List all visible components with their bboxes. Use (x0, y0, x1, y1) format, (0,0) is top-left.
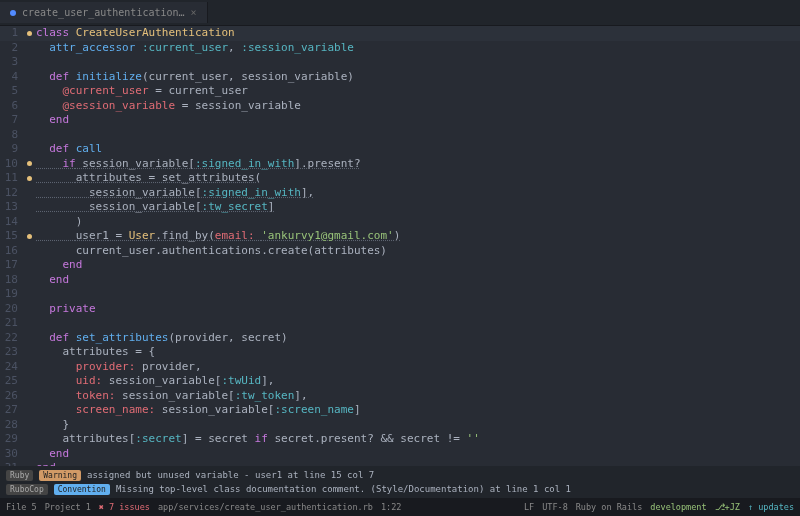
lint-message: Missing top-level class documentation co… (116, 484, 571, 494)
code-content[interactable]: def set_attributes(provider, secret) (34, 331, 800, 346)
code-line[interactable]: 8 (0, 128, 800, 143)
line-number: 17 (0, 258, 24, 273)
gutter-marker (24, 84, 34, 99)
line-number: 30 (0, 447, 24, 462)
code-content[interactable]: uid: session_variable[:twUid], (34, 374, 800, 389)
code-line[interactable]: 9 def call (0, 142, 800, 157)
code-content[interactable] (34, 316, 800, 331)
code-line[interactable]: 28 } (0, 418, 800, 433)
code-content[interactable]: user1 = User.find_by(email: 'ankurvy1@gm… (34, 229, 800, 244)
modified-dot-icon (10, 10, 16, 16)
code-line[interactable]: 11 attributes = set_attributes( (0, 171, 800, 186)
code-content[interactable]: end (34, 273, 800, 288)
code-content[interactable]: end (34, 113, 800, 128)
editor-tab[interactable]: create_user_authentication… × (0, 2, 208, 23)
code-content[interactable]: attributes[:secret] = secret if secret.p… (34, 432, 800, 447)
code-content[interactable]: def initialize(current_user, session_var… (34, 70, 800, 85)
code-content[interactable]: ) (34, 215, 800, 230)
gutter-marker (24, 374, 34, 389)
code-content[interactable]: if session_variable[:signed_in_with].pre… (34, 157, 800, 172)
code-editor[interactable]: 1class CreateUserAuthentication2 attr_ac… (0, 26, 800, 466)
line-number: 10 (0, 157, 24, 172)
code-line[interactable]: 15 user1 = User.find_by(email: 'ankurvy1… (0, 229, 800, 244)
code-line[interactable]: 4 def initialize(current_user, session_v… (0, 70, 800, 85)
gutter-marker (24, 128, 34, 143)
code-content[interactable]: attributes = set_attributes( (34, 171, 800, 186)
code-line[interactable]: 18 end (0, 273, 800, 288)
code-line[interactable]: 12 session_variable[:signed_in_with], (0, 186, 800, 201)
line-number: 23 (0, 345, 24, 360)
lint-panel: Ruby Warning assigned but unused variabl… (0, 466, 800, 498)
code-area[interactable]: 1class CreateUserAuthentication2 attr_ac… (0, 26, 800, 466)
code-line[interactable]: 19 (0, 287, 800, 302)
code-line[interactable]: 7 end (0, 113, 800, 128)
code-line[interactable]: 2 attr_accessor :current_user, :session_… (0, 41, 800, 56)
code-line[interactable]: 24 provider: provider, (0, 360, 800, 375)
code-content[interactable]: attributes = { (34, 345, 800, 360)
line-number: 28 (0, 418, 24, 433)
code-content[interactable]: current_user.authentications.create(attr… (34, 244, 800, 259)
project-count[interactable]: Project 1 (45, 502, 91, 512)
updates-indicator[interactable]: ↑ updates (748, 502, 794, 512)
lint-source-badge: RuboCop (6, 484, 48, 495)
git-branch[interactable]: ⎇+JZ (715, 502, 740, 512)
code-line[interactable]: 25 uid: session_variable[:twUid], (0, 374, 800, 389)
code-line[interactable]: 22 def set_attributes(provider, secret) (0, 331, 800, 346)
gutter-marker (24, 70, 34, 85)
gutter-marker (24, 345, 34, 360)
code-line[interactable]: 23 attributes = { (0, 345, 800, 360)
code-content[interactable]: session_variable[:tw_secret] (34, 200, 800, 215)
code-line[interactable]: 20 private (0, 302, 800, 317)
line-ending[interactable]: LF (524, 502, 534, 512)
code-line[interactable]: 6 @session_variable = session_variable (0, 99, 800, 114)
lint-row[interactable]: Ruby Warning assigned but unused variabl… (6, 468, 794, 482)
code-line[interactable]: 13 session_variable[:tw_secret] (0, 200, 800, 215)
line-number: 16 (0, 244, 24, 259)
code-content[interactable]: end (34, 447, 800, 462)
code-content[interactable]: attr_accessor :current_user, :session_va… (34, 41, 800, 56)
close-icon[interactable]: × (191, 7, 197, 18)
line-number: 8 (0, 128, 24, 143)
code-line[interactable]: 16 current_user.authentications.create(a… (0, 244, 800, 259)
code-line[interactable]: 30 end (0, 447, 800, 462)
code-line[interactable]: 17 end (0, 258, 800, 273)
lint-row[interactable]: RuboCop Convention Missing top-level cla… (6, 482, 794, 496)
code-line[interactable]: 10 if session_variable[:signed_in_with].… (0, 157, 800, 172)
code-content[interactable]: @current_user = current_user (34, 84, 800, 99)
file-path[interactable]: app/services/create_user_authentication.… (158, 502, 373, 512)
encoding[interactable]: UTF-8 (542, 502, 568, 512)
line-number: 1 (0, 26, 24, 41)
code-line[interactable]: 26 token: session_variable[:tw_token], (0, 389, 800, 404)
code-line[interactable]: 5 @current_user = current_user (0, 84, 800, 99)
code-content[interactable] (34, 55, 800, 70)
warning-dot-icon (27, 31, 32, 36)
code-content[interactable]: screen_name: session_variable[:screen_na… (34, 403, 800, 418)
gutter-marker (24, 99, 34, 114)
code-line[interactable]: 1class CreateUserAuthentication (0, 26, 800, 41)
code-content[interactable]: def call (34, 142, 800, 157)
language-mode[interactable]: Ruby on Rails (576, 502, 643, 512)
code-content[interactable] (34, 287, 800, 302)
gutter-marker (24, 229, 34, 244)
issues-count[interactable]: ✖ 7 issues (99, 502, 150, 512)
code-content[interactable]: session_variable[:signed_in_with], (34, 186, 800, 201)
cursor-position[interactable]: 1:22 (381, 502, 401, 512)
code-line[interactable]: 3 (0, 55, 800, 70)
code-content[interactable]: token: session_variable[:tw_token], (34, 389, 800, 404)
code-line[interactable]: 29 attributes[:secret] = secret if secre… (0, 432, 800, 447)
code-content[interactable]: @session_variable = session_variable (34, 99, 800, 114)
code-line[interactable]: 27 screen_name: session_variable[:screen… (0, 403, 800, 418)
code-content[interactable]: } (34, 418, 800, 433)
code-content[interactable]: end (34, 258, 800, 273)
gutter-marker (24, 113, 34, 128)
gutter-marker (24, 186, 34, 201)
code-line[interactable]: 21 (0, 316, 800, 331)
code-content[interactable]: class CreateUserAuthentication (34, 26, 800, 41)
environment[interactable]: development (650, 502, 706, 512)
file-count[interactable]: File 5 (6, 502, 37, 512)
code-content[interactable]: private (34, 302, 800, 317)
code-content[interactable]: provider: provider, (34, 360, 800, 375)
code-line[interactable]: 14 ) (0, 215, 800, 230)
gutter-marker (24, 157, 34, 172)
code-content[interactable] (34, 128, 800, 143)
